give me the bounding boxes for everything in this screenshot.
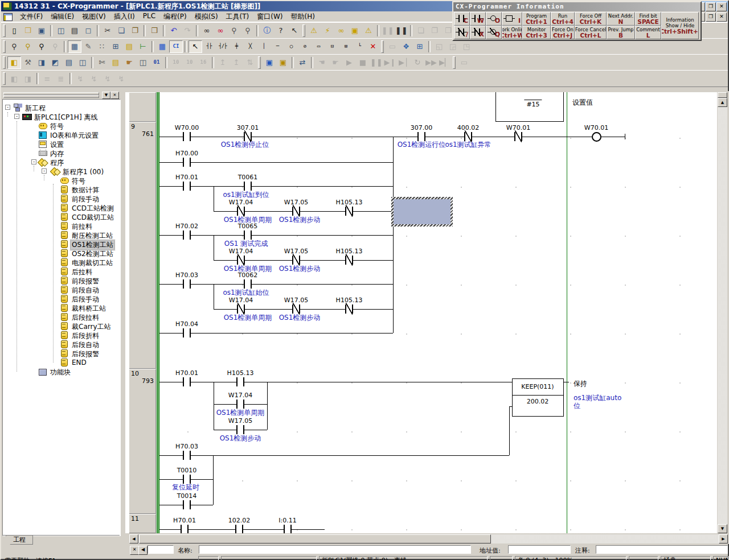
info-cell-no[interactable]: C bbox=[454, 12, 470, 26]
tree-item-数据计算[interactable]: 数据计算 bbox=[3, 185, 119, 194]
horizontal-scroll-thumb[interactable] bbox=[139, 534, 491, 543]
toolbar-button-icon[interactable]: ⚲ bbox=[7, 40, 21, 53]
tab-project[interactable]: 工程 bbox=[6, 536, 33, 545]
scrollbar-split-box[interactable] bbox=[718, 92, 727, 98]
tree-item-符号[interactable]: 符号 bbox=[3, 176, 119, 185]
ladder-coil[interactable] bbox=[592, 132, 601, 142]
info-cell-ornc[interactable]: X bbox=[470, 26, 486, 39]
ladder-contact-closed[interactable] bbox=[244, 132, 252, 141]
toolbar-button-icon[interactable]: ▦ bbox=[68, 40, 81, 53]
ladder-contact-open[interactable] bbox=[236, 425, 244, 434]
rung-gutter[interactable]: 9761 bbox=[129, 122, 156, 369]
menu-编辑E[interactable]: 编辑(E) bbox=[47, 11, 78, 23]
ladder-contact-closed[interactable] bbox=[345, 207, 353, 216]
ladder-selected-cell[interactable] bbox=[391, 197, 453, 227]
toolbar-button-icon[interactable]: ⚠ bbox=[307, 24, 321, 37]
info-cell-coil[interactable]: O bbox=[486, 12, 502, 26]
horizontal-scrollbar[interactable]: ◀▶ bbox=[129, 534, 728, 543]
toolbar-button-icon[interactable]: ⚡ bbox=[321, 24, 334, 37]
vertical-scroll-track[interactable] bbox=[718, 107, 727, 524]
toolbar-button-icon[interactable]: ❚❚ bbox=[370, 56, 383, 69]
toolbar-grip[interactable] bbox=[3, 40, 6, 53]
toolbar-button-icon[interactable]: ┤├ bbox=[202, 40, 216, 53]
ladder-contact-open[interactable] bbox=[181, 525, 189, 533]
tree-expand-toggle[interactable]: - bbox=[5, 105, 10, 110]
rung-gutter[interactable]: 10793 bbox=[129, 369, 156, 514]
toolbar-button-icon[interactable]: ❒ bbox=[21, 24, 35, 37]
toolbar-button-icon[interactable]: ╳ bbox=[243, 40, 257, 53]
toolbar-button-icon[interactable]: ↷ bbox=[181, 24, 194, 37]
toolbar-button-icon[interactable]: ◨ bbox=[21, 72, 35, 85]
ladder-contact-closed[interactable] bbox=[464, 132, 472, 141]
toolbar-button-icon[interactable]: ◫ bbox=[76, 56, 89, 69]
ladder-contact-closed[interactable] bbox=[345, 304, 353, 314]
toolbar-button-icon[interactable]: ↯ bbox=[114, 72, 128, 85]
toolbar-button-icon[interactable]: ▶❙ bbox=[383, 56, 397, 69]
toolbar-button-icon[interactable]: ▯ bbox=[7, 24, 21, 37]
ladder-contact-open[interactable] bbox=[183, 279, 191, 289]
info-cell-coilnc[interactable]: Q bbox=[486, 26, 502, 39]
tree-item-符号[interactable]: 符号 bbox=[3, 121, 119, 130]
ladder-contact-open[interactable] bbox=[244, 279, 252, 289]
ladder-contact-closed[interactable] bbox=[345, 256, 353, 265]
ladder-contact-open[interactable] bbox=[183, 500, 191, 509]
toolbar-button-icon[interactable]: 10 bbox=[183, 56, 196, 69]
toolbar-button-icon[interactable]: ↯ bbox=[73, 72, 87, 85]
toolbar-button-icon[interactable]: ○ bbox=[284, 40, 298, 53]
dock-menu-button[interactable]: ▼ bbox=[102, 92, 110, 99]
toolbar-grip[interactable] bbox=[302, 24, 305, 37]
toolbar-button-icon[interactable]: ↥ bbox=[216, 56, 230, 69]
toolbar-grip[interactable] bbox=[453, 56, 456, 69]
ladder-contact-open[interactable] bbox=[183, 328, 191, 337]
toolbar-button-icon[interactable]: ◱ bbox=[432, 40, 446, 53]
toolbar-button-icon[interactable]: ✎ bbox=[81, 40, 95, 53]
ladder-contact-open[interactable] bbox=[183, 158, 191, 167]
ladder-contact-open[interactable] bbox=[235, 525, 243, 533]
menu-模拟S[interactable]: 模拟(S) bbox=[191, 11, 222, 23]
ladder-contact-closed[interactable] bbox=[292, 304, 300, 314]
tree-item-新工程[interactable]: -新工程 bbox=[3, 103, 119, 112]
toolbar-button-icon[interactable]: 10 bbox=[169, 56, 183, 69]
toolbar-button-icon[interactable]: ◧ bbox=[7, 56, 21, 69]
tree-item-OS2检测工站[interactable]: OS2检测工站 bbox=[3, 249, 119, 258]
ladder-contact-closed[interactable] bbox=[292, 207, 300, 216]
toolbar-button-icon[interactable]: ⇅ bbox=[243, 56, 257, 69]
toolbar-button-icon[interactable]: ■ bbox=[356, 56, 370, 69]
rung-gutter[interactable]: 11 bbox=[129, 514, 156, 533]
tree-item-耐压检测工站[interactable]: 耐压检测工站 bbox=[3, 230, 119, 240]
tree-item-后段自动[interactable]: 后段自动 bbox=[3, 340, 119, 349]
tree-item-后拉料[interactable]: 后拉料 bbox=[3, 267, 119, 276]
toolbar-button-icon[interactable]: ⊞ bbox=[413, 40, 427, 53]
scroll-left-button[interactable]: ◀ bbox=[129, 534, 138, 543]
mdi-child-icon[interactable] bbox=[3, 13, 13, 21]
toolbar-button-icon[interactable]: ❏ bbox=[114, 24, 128, 37]
toolbar-button-icon[interactable]: ❖ bbox=[399, 40, 413, 53]
menu-帮助H[interactable]: 帮助(H) bbox=[287, 11, 319, 23]
tree-item-后段手动[interactable]: 后段手动 bbox=[3, 294, 119, 303]
info-cell-find-bit[interactable]: Find bitSPACE bbox=[635, 12, 661, 26]
toolbar-button-icon[interactable]: ◧ bbox=[7, 72, 21, 85]
close-fields-button[interactable]: ✕ bbox=[130, 546, 139, 555]
tree-item-CCD工站检测[interactable]: CCD工站检测 bbox=[3, 203, 119, 212]
toolbar-button-icon[interactable]: ❐ bbox=[128, 24, 142, 37]
menu-视图V[interactable]: 视图(V) bbox=[78, 11, 110, 23]
toolbar-button-icon[interactable]: ❏ bbox=[414, 24, 428, 37]
toolbar-button-icon[interactable]: ↖ bbox=[288, 24, 301, 37]
info-cell-nc[interactable]: / bbox=[454, 26, 470, 39]
toolbar-button-icon[interactable]: ⚲ bbox=[241, 24, 255, 37]
ladder-contact-open[interactable] bbox=[417, 132, 425, 141]
toolbar-button-icon[interactable]: ↻ bbox=[411, 56, 424, 69]
toolbar-button-icon[interactable]: ⚒ bbox=[21, 56, 35, 69]
menu-文件F[interactable]: 文件(F) bbox=[16, 11, 47, 23]
tree-item-新PLC1[CP1H] 离线[interactable]: -新PLC1[CP1H] 离线 bbox=[3, 112, 119, 121]
ladder-contact-open[interactable] bbox=[183, 132, 191, 141]
toolbar-button-icon[interactable]: ❚❚ bbox=[381, 24, 395, 37]
toolbar-button-icon[interactable]: ◻ bbox=[81, 24, 95, 37]
toolbar-button-icon[interactable]: ┤/├ bbox=[216, 40, 230, 53]
tree-item-裁料桥工站[interactable]: 裁料桥工站 bbox=[3, 303, 119, 312]
toolbar-button-icon[interactable]: 01 bbox=[150, 56, 163, 69]
info-cell-force-cancel[interactable]: Force CancelCtrl+L bbox=[575, 26, 607, 39]
tree-item-前段手动[interactable]: 前段手动 bbox=[3, 194, 119, 203]
window-close-button[interactable]: ✕ bbox=[716, 2, 727, 11]
dock-grab-handle[interactable] bbox=[3, 95, 99, 98]
